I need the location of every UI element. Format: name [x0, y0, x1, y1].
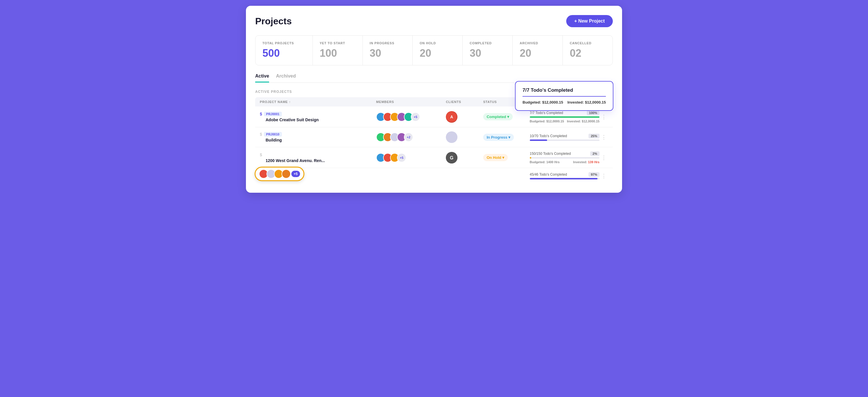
invested-label: Invested: $12,0000.15: [567, 120, 599, 123]
members-cell: +5: [376, 112, 446, 122]
stat-cancelled-label: CANCELLED: [570, 41, 606, 45]
kebab-menu[interactable]: ⋮: [599, 173, 608, 179]
stat-total-label: TOTAL PROJECTS: [262, 41, 306, 45]
members-cell: +2: [376, 132, 446, 142]
svg-text:A: A: [450, 115, 453, 119]
stat-cancelled-value: 02: [570, 47, 606, 59]
tooltip-budgeted: Budgeted: $12,0000.15: [523, 100, 563, 104]
stat-completed: COMPLETED 30: [463, 36, 513, 65]
progress-todo: 7/7 Todo's Completed: [530, 111, 563, 115]
progress-bar-fill: [530, 116, 599, 118]
col-clients: CLIENTS: [446, 100, 483, 103]
status-badge-onhold[interactable]: On Hold ▾: [483, 154, 508, 161]
tab-active[interactable]: Active: [255, 73, 269, 83]
table-row: $ 1200 West Grand Avenu. Ren... +5 G On …: [255, 147, 613, 168]
stat-completed-value: 30: [470, 47, 505, 59]
dollar-icon: $: [260, 152, 262, 157]
progress-top: 45/46 Todo's Completed 97%: [530, 172, 599, 177]
stat-archived-value: 20: [520, 47, 556, 59]
stat-completed-label: COMPLETED: [470, 41, 505, 45]
progress-top: 150/150 Todo's Completed 2%: [530, 151, 599, 156]
budgeted-label: Budgeted: 1400 Hrs: [530, 160, 560, 164]
progress-bar-bg: [530, 116, 599, 118]
avatar-stack: +5: [376, 112, 418, 122]
progress-cell: 10/70 Todo's Completed 25%: [530, 134, 599, 141]
tooltip-invested: Invested: $12,0000.15: [567, 100, 606, 104]
table-row: $ PRJ0010 Building +2 In Progress ▾: [255, 127, 613, 147]
progress-bar-fill: [530, 178, 597, 179]
client-cell: A: [446, 111, 483, 123]
tooltip-card: 7/7 Todo's Completed Budgeted: $12,0000.…: [515, 81, 613, 111]
kebab-menu[interactable]: ⋮: [599, 154, 608, 161]
stat-in-progress: IN PROGRESS 30: [363, 36, 413, 65]
dollar-icon: $: [260, 132, 262, 136]
progress-pct: 25%: [589, 134, 599, 138]
progress-bar-bg: [530, 140, 599, 141]
project-name: 1200 West Grand Avenu. Ren...: [260, 158, 376, 163]
stat-cancelled: CANCELLED 02: [563, 36, 613, 65]
project-name-cell: $ PRJ0001 Adobe Creative Suit Design: [260, 112, 376, 122]
project-id-row: $ PRJ0001: [260, 112, 376, 116]
project-name-cell: $ 1200 West Grand Avenu. Ren...: [260, 152, 376, 163]
project-id-row: $: [260, 152, 376, 157]
status-cell: On Hold ▾: [483, 154, 530, 161]
stat-hold-value: 20: [420, 47, 456, 59]
kebab-menu[interactable]: ⋮: [599, 134, 608, 140]
progress-todo: 10/70 Todo's Completed: [530, 134, 567, 138]
stat-yet-label: YET TO START: [320, 41, 355, 45]
col-members: MEMBERS: [376, 100, 446, 103]
status-badge-completed[interactable]: Completed ▾: [483, 113, 513, 120]
members-cell: +5: [376, 153, 446, 162]
stat-yet-to-start: YET TO START 100: [313, 36, 363, 65]
progress-bar-fill: [530, 157, 531, 159]
progress-bar-bg: [530, 178, 599, 179]
avatar-popup-count: +5: [291, 171, 300, 177]
avatar-count: +2: [404, 132, 413, 142]
page-title: Projects: [255, 16, 292, 27]
svg-text:G: G: [450, 155, 454, 160]
tooltip-title: 7/7 Todo's Completed: [523, 87, 606, 93]
avatar-stack: +5: [376, 153, 404, 162]
client-cell: G: [446, 152, 483, 163]
stat-progress-label: IN PROGRESS: [370, 41, 406, 45]
budget-row: Budgeted: 1400 Hrs Invested: 139 Hrs: [530, 160, 599, 164]
progress-todo: 150/150 Todo's Completed: [530, 152, 571, 156]
progress-top: 7/7 Todo's Completed 100%: [530, 111, 599, 115]
status-badge-inprogress[interactable]: In Progress ▾: [483, 134, 514, 141]
stat-progress-value: 30: [370, 47, 406, 59]
client-avatar: G: [446, 152, 458, 163]
progress-pct: 97%: [589, 172, 599, 177]
progress-top: 10/70 Todo's Completed 25%: [530, 134, 599, 138]
progress-cell: 7/7 Todo's Completed 100% Budgeted: $12,…: [530, 111, 599, 123]
invested-label: Invested: 139 Hrs: [573, 160, 599, 164]
avatar-count: +5: [397, 153, 406, 162]
dollar-icon: $: [260, 112, 262, 116]
stat-archived: ARCHIVED 20: [513, 36, 563, 65]
project-id-badge: PRJ0001: [264, 112, 282, 116]
client-avatar-ghost: [446, 131, 458, 143]
project-name: Adobe Creative Suit Design: [260, 118, 376, 122]
progress-todo: 45/46 Todo's Completed: [530, 173, 567, 177]
stat-total-value: 500: [262, 47, 306, 59]
stats-row: TOTAL PROJECTS 500 YET TO START 100 IN P…: [255, 35, 613, 65]
progress-bar-bg: [530, 157, 599, 159]
project-name-cell: $ PRJ0010 Building: [260, 132, 376, 142]
avatar-stack: +2: [376, 132, 411, 142]
new-project-button[interactable]: + New Project: [566, 15, 613, 27]
status-cell: Completed ▾: [483, 113, 530, 120]
project-name: Building: [260, 138, 376, 142]
progress-cell: 45/46 Todo's Completed 97%: [530, 172, 599, 179]
progress-pct: 2%: [590, 151, 599, 156]
client-avatar: A: [446, 111, 458, 123]
progress-bar-fill: [530, 140, 547, 141]
stat-total: TOTAL PROJECTS 500: [255, 36, 313, 65]
tooltip-budget-row: Budgeted: $12,0000.15 Invested: $12,0000…: [523, 100, 606, 104]
kebab-menu[interactable]: ⋮: [599, 114, 608, 120]
progress-cell: 150/150 Todo's Completed 2% Budgeted: 14…: [530, 151, 599, 164]
project-id-badge: PRJ0010: [264, 132, 282, 136]
project-id-row: $ PRJ0010: [260, 132, 376, 136]
tab-archived[interactable]: Archived: [276, 73, 296, 83]
col-project-name[interactable]: PROJECT NAME ↑: [260, 100, 376, 103]
status-cell: In Progress ▾: [483, 134, 530, 141]
avatar: [281, 169, 291, 179]
